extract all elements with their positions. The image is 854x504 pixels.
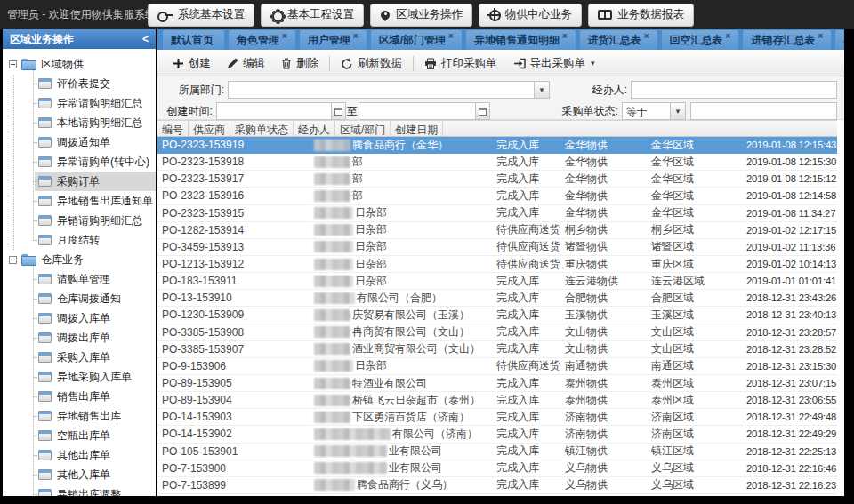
tab[interactable]: 区域/部门管理 × [371, 30, 462, 50]
date-from-input[interactable] [217, 103, 331, 119]
column-header[interactable]: 供应商 [189, 121, 230, 136]
tab-close-icon[interactable]: × [353, 31, 359, 41]
topbar-button[interactable]: 业务数据报表 [588, 4, 694, 27]
tab-close-icon[interactable]: × [818, 31, 823, 41]
tab-close-icon[interactable]: × [644, 31, 649, 41]
table-row[interactable]: PO-2323-153917 部 完成入库 金华物供 金华区域 2019-01-… [157, 171, 837, 188]
table-row[interactable]: PO-7-153900 业有限公司 完成入库 义乌物供 义乌区域 2018-12… [157, 460, 837, 477]
supplier-text: 日杂部 [355, 257, 387, 272]
table-row[interactable]: PO-2323-153916 部 完成入库 金华物供 金华区域 2019-01-… [157, 188, 837, 204]
table-row[interactable]: PO-2323-153918 部 完成入库 金华物供 金华区域 2019-01-… [157, 154, 837, 171]
topbar-button[interactable]: 基本工程设置 [261, 4, 364, 27]
tree-folder-region[interactable]: 区域物供 [3, 54, 156, 74]
tab[interactable]: 进销存汇总表 × [743, 30, 831, 50]
cell-handler: 济南物供 [560, 409, 647, 425]
calendar-icon[interactable] [475, 103, 489, 119]
pencil-icon [227, 58, 238, 69]
tab[interactable]: 回空汇总表 × [662, 30, 739, 50]
column-header[interactable]: 编号 [157, 121, 189, 136]
tree-item[interactable]: 本地请购明细汇总 [35, 113, 156, 132]
tab-close-icon[interactable]: × [448, 31, 454, 41]
status-value-input[interactable] [690, 102, 837, 120]
tree-item[interactable]: 采购入库单 [35, 348, 156, 367]
table-row[interactable]: PO-2323-153919 腾食品商行（金华） 完成入库 金华物供 金华区域 … [157, 137, 837, 154]
topbar-button[interactable]: 物供中心业务 [479, 4, 582, 27]
tree-item[interactable]: 空瓶出库单 [35, 426, 156, 445]
tree-item[interactable]: 评价表提交 [35, 74, 156, 93]
tree-item[interactable]: 请购单管理 [35, 269, 156, 289]
chevron-down-icon[interactable]: ▼ [534, 82, 549, 98]
table-row[interactable]: PO-13-153910 有限公司（合肥） 完成入库 合肥物供 合肥区域 201… [157, 290, 837, 307]
tree-item[interactable]: 异常请购明细汇总 [35, 93, 156, 113]
cell-region: 玉溪区域 [647, 307, 742, 323]
topbar-button[interactable]: 区域业务操作 [370, 4, 472, 27]
topbar-button[interactable]: 系统基本设置 [148, 4, 254, 27]
date-to-input[interactable] [359, 103, 475, 119]
calendar-icon[interactable] [331, 103, 345, 119]
table-row[interactable]: PO-3385-153908 冉商贸有限公司（文山） 完成入库 文山物供 文山区… [157, 324, 837, 341]
tab-close-icon[interactable]: × [726, 31, 731, 41]
tree-item[interactable]: 异销出库调整 [35, 484, 156, 496]
tab-close-icon[interactable]: × [562, 31, 568, 41]
edit-button[interactable]: 编辑 [219, 52, 273, 74]
tree-item[interactable]: 调拨出库单 [35, 328, 156, 348]
tab[interactable]: 异地销售通知明细 × [466, 30, 576, 50]
tree-item[interactable]: 异销请购明细汇总 [35, 211, 156, 230]
table-row[interactable]: PO-2323-153915 日杂部 完成入库 金华物供 金华区域 2019-0… [157, 205, 837, 222]
print-button[interactable]: 打印采购单 [416, 52, 505, 74]
table-row[interactable]: PO-89-153904 桥镇飞云日杂超市（泰州） 完成入库 泰州物供 泰州区域… [157, 392, 837, 409]
table-row[interactable]: PO-183-153911 日杂部 完成入库 连云港物供 连云港区域 2019-… [157, 273, 837, 290]
table-row[interactable]: PO-14-153902 有限公司（济南） 完成入库 济南物供 济南区域 201… [157, 426, 837, 443]
tab[interactable]: 进货汇总表 × [580, 30, 657, 50]
create-button[interactable]: 创建 [165, 52, 219, 74]
tab[interactable]: 异地销售调整明细 × [835, 30, 844, 50]
tree-item[interactable]: 调拨通知单 [35, 132, 156, 152]
tree-item[interactable]: 采购订单 [35, 172, 156, 191]
column-header[interactable]: 经办人 [294, 121, 335, 136]
tree-item[interactable]: 月度结转 [35, 230, 156, 250]
tree-item[interactable]: 其他出库单 [35, 445, 156, 465]
export-button[interactable]: 导出采购单 ▾ [505, 52, 603, 74]
dept-combo[interactable]: ▼ [228, 81, 550, 99]
handler-input[interactable] [631, 81, 837, 99]
tree-item[interactable]: 其他入库单 [35, 465, 156, 484]
column-header[interactable]: 区域/部门 [335, 121, 391, 136]
column-header[interactable]: 创建日期 [391, 121, 443, 136]
cell-region: 义乌区域 [647, 460, 742, 476]
tree-item-label: 异常请购单(转中心) [57, 155, 149, 170]
form-icon [38, 176, 52, 187]
table-row[interactable]: PO-1282-153914 日杂部 待供应商送货 桐乡物供 桐乡区域 2019… [157, 222, 837, 239]
table-row[interactable]: PO-1230-153909 庆贸易有限公司（玉溪） 完成入库 玉溪物供 玉溪区… [157, 307, 837, 324]
refresh-button[interactable]: 刷新数据 [333, 52, 410, 74]
table-row[interactable]: PO-7-153899 腾食品商行（义乌） 完成入库 义乌物供 义乌区域 201… [157, 477, 837, 494]
tree-item[interactable]: 异地销售出库通知单 [35, 191, 156, 211]
tree-item[interactable]: 销售出库单 [35, 387, 156, 406]
table-row[interactable]: PO-1213-153912 日杂部 待供应商送货 重庆物供 重庆区域 2019… [157, 256, 837, 273]
table-row[interactable]: PO-14-153903 下区勇清百货店（济南） 完成入库 济南物供 济南区域 … [157, 409, 837, 426]
form-icon [38, 352, 52, 363]
tree-item[interactable]: 仓库调拨通知 [35, 289, 156, 308]
tab[interactable]: 用户管理 × [300, 30, 367, 50]
delete-button[interactable]: 删除 [273, 52, 326, 74]
tree-item[interactable]: 异常请购单(转中心) [35, 152, 156, 172]
tree-expander-icon[interactable] [9, 256, 17, 264]
tab-close-icon[interactable]: × [282, 31, 287, 41]
tree-expander-icon[interactable] [9, 60, 17, 68]
tree-item[interactable]: 调拨入库单 [35, 308, 156, 328]
column-header[interactable]: 采购单状态 [230, 121, 294, 136]
tab[interactable]: 角色管理 × [229, 30, 295, 50]
table-row[interactable]: PO-3385-153907 酒业商贸有限公司（文山） 完成入库 文山物供 文山… [157, 341, 837, 358]
tree-item[interactable]: 异地销售出库 [35, 406, 156, 426]
cell-po-number: PO-2323-153917 [157, 171, 310, 187]
sidebar-collapse-icon[interactable]: < [142, 33, 149, 45]
tree-folder-warehouse[interactable]: 仓库业务 [3, 250, 156, 269]
tree-item[interactable]: 异地采购入库单 [35, 367, 156, 387]
table-row[interactable]: PO-105-153901 业有限公司 完成入库 镇江物供 镇江区域 2018-… [157, 444, 837, 460]
chevron-down-icon[interactable]: ▼ [670, 103, 685, 119]
table-row[interactable]: PO-89-153905 特酒业有限公司 完成入库 泰州物供 泰州区域 2018… [157, 375, 837, 392]
tab[interactable]: 默认首页 [163, 30, 224, 50]
table-row[interactable]: PO-9-153906 日杂部 待供应商送货 南通物供 南通区域 2018-12… [157, 358, 837, 375]
status-op-combo[interactable]: 等于 ▼ [622, 102, 686, 120]
table-row[interactable]: PO-3459-153913 日杂部 待供应商送货 诸暨物供 诸暨区域 2019… [157, 239, 837, 256]
table-body: PO-2323-153919 腾食品商行（金华） 完成入库 金华物供 金华区域 … [157, 137, 837, 494]
